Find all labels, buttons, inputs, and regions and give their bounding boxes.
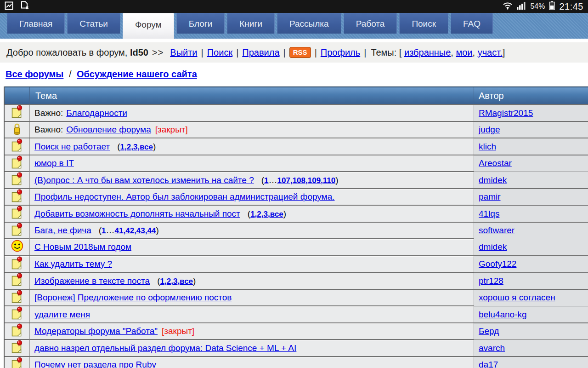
page-link[interactable]: 2 <box>167 277 171 286</box>
author-link[interactable]: softwarer <box>479 225 514 236</box>
page-link[interactable]: 108 <box>293 176 305 185</box>
topic-cell: Бага, не фича(1…41,42,43,44) <box>29 223 474 239</box>
table-row: Изображение в тексте поста(1,2,3,все)ptr… <box>5 272 588 289</box>
page-link[interactable]: все <box>180 277 193 286</box>
topic-icon-cell <box>5 155 29 172</box>
header-topic-column: Тема <box>29 87 474 104</box>
nav-tab-книги[interactable]: Книги <box>227 13 275 34</box>
author-link[interactable]: klich <box>479 142 496 152</box>
table-row: С Новым 2018ым годомdmidek <box>5 238 588 255</box>
page-link[interactable]: 107 <box>277 176 290 185</box>
topic-filter-link[interactable]: избранные <box>404 47 451 58</box>
author-link[interactable]: judge <box>479 125 500 135</box>
separator: | <box>201 47 204 58</box>
topic-link[interactable]: С Новым 2018ым годом <box>34 242 131 252</box>
nav-tab-поиск[interactable]: Поиск <box>399 13 448 34</box>
topic-link[interactable]: удалите меня <box>34 310 90 320</box>
nav-tab-рассылка[interactable]: Рассылка <box>277 13 341 34</box>
author-cell: dmidek <box>474 239 588 255</box>
author-link[interactable]: Goofy122 <box>479 259 516 269</box>
table-row: Почему нет раздела про Rubyda17 <box>5 356 588 368</box>
author-link[interactable]: Areostar <box>479 158 512 168</box>
page-link[interactable]: все <box>270 210 283 218</box>
action-link-1[interactable]: Выйти <box>170 47 197 58</box>
page-link[interactable]: 1 <box>102 226 106 235</box>
author-link[interactable]: belu4ano-kg <box>479 310 527 320</box>
clock: 21:45 <box>559 1 583 12</box>
page-link[interactable]: 2 <box>257 210 261 218</box>
author-cell: judge <box>474 122 588 138</box>
nav-tab-статьи[interactable]: Статьи <box>67 13 120 34</box>
page-link[interactable]: 43 <box>136 226 145 235</box>
breadcrumb-link[interactable]: Все форумы <box>6 69 63 79</box>
topic-link[interactable]: Как удалить тему ? <box>34 259 112 269</box>
topic-icon-cell <box>5 105 29 121</box>
author-cell: Берд <box>474 323 588 339</box>
page-link[interactable]: 1 <box>264 176 268 185</box>
topic-link[interactable]: Обновление форума <box>66 125 151 135</box>
status-bar-left <box>5 1 30 12</box>
nav-tab-работа[interactable]: Работа <box>344 13 397 34</box>
author-link[interactable]: dmidek <box>479 175 507 185</box>
table-row: Добавить возможность дополнять начальный… <box>5 205 588 222</box>
topic-link[interactable]: [Воронеж] Предложение по оформлению пост… <box>34 293 232 303</box>
page-link[interactable]: 3 <box>264 210 268 218</box>
page-link[interactable]: 42 <box>125 226 134 235</box>
rss-badge[interactable]: RSS <box>289 47 311 58</box>
page-link[interactable]: 1 <box>250 210 254 218</box>
author-link[interactable]: хорошо я согласен <box>479 293 555 303</box>
breadcrumb-separator: / <box>66 69 74 79</box>
signal-bars-icon <box>517 1 526 12</box>
topic-cell: Как удалить тему ? <box>29 256 474 272</box>
topic-icon-cell <box>5 122 29 138</box>
nav-tab-форум[interactable]: Форум <box>123 13 174 39</box>
topic-link[interactable]: давно назрел отдельный раздел форума: Da… <box>34 343 296 353</box>
page-link[interactable]: 110 <box>323 176 335 185</box>
author-cell: Goofy122 <box>474 256 588 272</box>
page-link[interactable]: 1 <box>120 143 124 151</box>
topic-link[interactable]: Поиск не работает <box>34 142 110 152</box>
page-link[interactable]: 1 <box>160 277 164 286</box>
action-link-5[interactable]: Профиль <box>321 47 360 58</box>
page-link[interactable]: 41 <box>115 226 124 235</box>
author-link[interactable]: Берд <box>479 326 499 336</box>
page-link[interactable]: 44 <box>147 226 156 235</box>
paren: ) <box>193 276 196 286</box>
page-link[interactable]: 3 <box>173 277 177 286</box>
action-link-2[interactable]: Поиск <box>207 47 232 58</box>
nav-tab-главная[interactable]: Главная <box>7 13 65 34</box>
topic-icon-cell <box>5 273 29 289</box>
nav-tab-faq[interactable]: FAQ <box>451 13 493 34</box>
topic-link[interactable]: юмор в IT <box>34 158 74 168</box>
topic-cell: юмор в IT <box>29 155 474 172</box>
topic-link[interactable]: Добавить возможность дополнять начальный… <box>34 209 240 219</box>
author-link[interactable]: RMagistr2015 <box>479 108 533 118</box>
nav-tab-блоги[interactable]: Блоги <box>176 13 225 34</box>
page-link[interactable]: 109 <box>308 176 321 185</box>
author-link[interactable]: avarch <box>479 343 505 353</box>
action-link-3[interactable]: Правила <box>242 47 279 58</box>
topic-link[interactable]: Изображение в тексте поста <box>34 276 150 286</box>
topic-link[interactable]: Почему нет раздела про Ruby <box>34 360 156 368</box>
author-link[interactable]: dmidek <box>479 242 507 252</box>
topic-link[interactable]: Модераторы форума "Работа" <box>34 326 158 336</box>
author-link[interactable]: ptr128 <box>479 276 503 286</box>
topic-link[interactable]: Благодарности <box>66 108 127 118</box>
note-icon <box>11 306 23 322</box>
table-body: Важно:БлагодарностиRMagistr2015Важно:Обн… <box>5 104 588 368</box>
table-row: давно назрел отдельный раздел форума: Da… <box>5 339 588 356</box>
author-link[interactable]: pamir <box>479 192 501 202</box>
page-link[interactable]: все <box>140 143 153 151</box>
topic-filter-link[interactable]: мои <box>456 47 472 58</box>
topic-cell: Модераторы форума "Работа"[закрыт] <box>29 323 474 339</box>
topic-link[interactable]: Бага, не фича <box>34 225 91 236</box>
topic-filter-link[interactable]: участ. <box>478 47 503 58</box>
page-link[interactable]: 2 <box>127 143 131 151</box>
topic-link[interactable]: Профиль недоступен. Автор был заблокиров… <box>34 192 335 202</box>
author-link[interactable]: 41lqs <box>479 209 499 219</box>
topic-link[interactable]: (В)опрос : А что бы вам хотелось изменит… <box>34 175 254 185</box>
page-links: (1…107,108,109,110) <box>261 175 339 185</box>
author-link[interactable]: da17 <box>479 360 498 368</box>
page-link[interactable]: 3 <box>133 143 137 151</box>
breadcrumb-link[interactable]: Обсуждение нашего сайта <box>77 69 197 79</box>
